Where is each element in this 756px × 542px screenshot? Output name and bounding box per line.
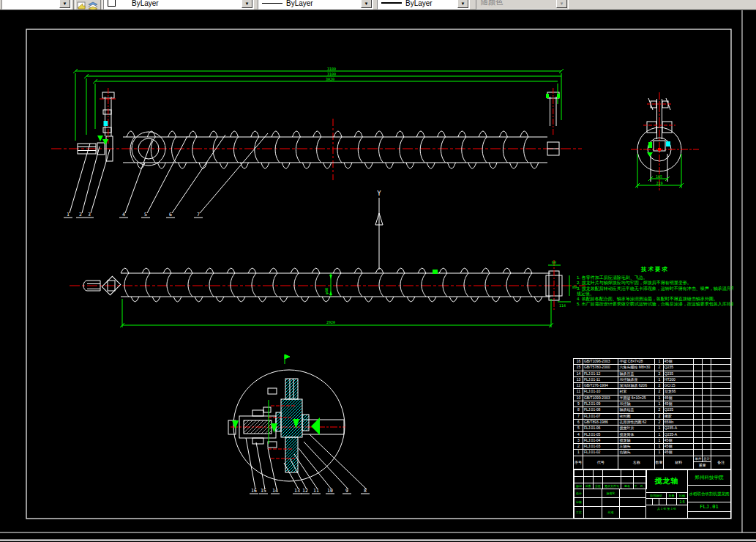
bom-cell-mat: HT200 — [664, 377, 695, 382]
balloon-number: 9 — [345, 488, 348, 494]
bom-cell-mat: 45钢 — [664, 396, 695, 401]
bom-cell-code: GB/T1096-2003 — [583, 359, 619, 364]
color-control[interactable]: ByLayer ▼ — [103, 0, 254, 10]
bom-cell-total — [703, 450, 711, 455]
bom-cell-unit — [694, 383, 703, 388]
part-name: 搅龙轴 — [645, 469, 688, 493]
lineweight-control[interactable]: ByLayer ▼ — [377, 0, 470, 10]
leader-line — [200, 133, 268, 213]
bom-cell-mat: Q235-A — [664, 426, 695, 431]
leader-line — [246, 438, 255, 489]
bom-cell-no: 12 — [574, 383, 583, 388]
bom-cell-unit — [694, 371, 703, 376]
dim-label: 114 — [559, 303, 566, 308]
bom-row: 3FLJ.01-04搅龙轴145钢 — [574, 438, 730, 444]
bom-cell-no: 6 — [574, 420, 583, 425]
bom-cell-name: 深沟球轴承 6206 — [618, 383, 655, 388]
col-header-total-weight: 总计 — [703, 456, 711, 461]
balloon-number: 14 — [272, 488, 278, 494]
bom-cell-remark — [711, 432, 730, 437]
dim-label: 3020 — [326, 77, 334, 81]
bom-cell-name: 轴承端盖 — [618, 407, 655, 412]
bom-cell-no: 7 — [574, 414, 583, 419]
bom-cell-code: GB/T1099-2003 — [583, 396, 619, 401]
company-name: 郑州科技学院 — [687, 469, 731, 486]
bom-cell-remark — [711, 407, 730, 412]
col-header-material: 材料 — [664, 456, 695, 469]
linetype-sample-icon — [262, 3, 282, 4]
bom-cell-name: 平键 C8×7×28 — [618, 359, 655, 364]
bom-cell-no: 14 — [574, 371, 583, 376]
bom-cell-unit — [694, 444, 703, 449]
color-swatch-icon — [108, 0, 116, 7]
sheet-info: 共 1 张 第 1 张 — [645, 505, 688, 519]
leader-line — [82, 146, 100, 213]
bom-cell-no: 11 — [574, 389, 583, 394]
bom-row: 1FLJ.01-02右轴头145钢 — [574, 450, 730, 456]
bom-cell-total — [703, 377, 711, 382]
technical-requirements: 技术要求 1. 各零件加工后应清除毛刺、飞边。2. 搅龙叶片与轴焊接应均匀牢固，… — [577, 266, 733, 308]
plotstyle-value: 随颜色 — [481, 0, 503, 7]
bom-cell-name: 六角头螺栓 M8×30 — [618, 365, 655, 370]
balloon-number: 3 — [88, 212, 91, 218]
bom-cell-qty: 2 — [655, 420, 664, 425]
bom-cell-mat: Q235 — [664, 365, 695, 370]
make-layer-current-icon — [75, 1, 87, 10]
bom-cell-unit — [694, 432, 703, 437]
balloon-number: 15 — [261, 488, 266, 494]
layer-dropdown-arrow-icon[interactable]: ▼ — [59, 0, 70, 8]
bom-cell-mat: Q235-A — [664, 432, 695, 437]
col-header-unit-weight: 单件 — [694, 456, 703, 461]
bom-cell-qty: 1 — [655, 396, 664, 401]
bom-cell-total — [703, 420, 711, 425]
linetype-control[interactable]: ByLayer ▼ — [258, 0, 373, 10]
dim-label: 165 — [656, 174, 662, 179]
balloon-number: 7 — [197, 212, 200, 218]
hatch-patch — [104, 121, 108, 126]
col-header-weight: 重量 — [694, 462, 711, 469]
bom-cell-qty: 2 — [655, 414, 664, 419]
bom-cell-mat: 45钢 — [664, 438, 695, 443]
bom-cell-remark — [711, 426, 730, 431]
bom-cell-qty: 2 — [655, 371, 664, 376]
leader-line — [147, 136, 187, 213]
bom-cell-code: GB/T276-1994 — [583, 383, 619, 388]
lineweight-dropdown-arrow-icon[interactable]: ▼ — [457, 0, 468, 8]
dimension-lines — [73, 69, 564, 141]
bom-cell-total — [703, 407, 711, 412]
bom-cell-qty: 1 — [655, 438, 664, 443]
bom-cell-qty: 1 — [655, 432, 664, 437]
bom-cell-unit — [694, 420, 703, 425]
bom-cell-unit — [694, 377, 703, 382]
layers-button[interactable] — [87, 0, 99, 10]
col-header-qty: 数量 — [655, 456, 664, 469]
bom-cell-name: 密封圈 — [618, 414, 655, 419]
bom-cell-unit — [694, 401, 703, 406]
bom-row: 5FLJ.01-06搅龙叶片1Q235-A — [574, 426, 730, 431]
bom-cell-unit — [694, 438, 703, 443]
role-approve: 批准 — [602, 506, 620, 519]
bom-row: 4FLJ.01-05搅龙筒体1Q235-A — [574, 432, 730, 438]
bom-row: 11FLJ.01-10衬套2尼龙66 — [574, 389, 730, 395]
bom-cell-no: 16 — [574, 359, 583, 364]
bom-row: 15GB/T5780-2000六角头螺栓 M8×302Q235 — [574, 365, 730, 371]
balloon-number: 11 — [313, 488, 319, 494]
bom-row: 13FLJ.01-11吊挂轴承座1HT200 — [574, 377, 730, 383]
bom-row: 7FLJ.01-07密封圈2橡胶 — [574, 414, 730, 420]
linetype-dropdown-arrow-icon[interactable]: ▼ — [361, 0, 372, 8]
model-space-canvas[interactable]: 3180 3100 3020 1234567 — [0, 10, 756, 542]
bom-cell-total — [703, 414, 711, 419]
drawing-number: FLJ.01 — [687, 502, 731, 512]
dim-label: φ60 — [324, 288, 329, 294]
bom-cell-remark — [711, 371, 730, 376]
bom-cell-code: FLJ.01-05 — [583, 432, 619, 437]
color-dropdown-arrow-icon[interactable]: ▼ — [242, 0, 252, 8]
bom-cell-code: FLJ.01-10 — [583, 389, 619, 394]
tech-note-line: 2. 搅龙叶片与轴焊接应均匀牢固，焊接后不得有明显变形。 — [577, 281, 733, 286]
leader-line — [310, 434, 367, 489]
layer-dropdown[interactable]: ▼ — [1, 0, 72, 10]
bom-cell-code: GB/T893-1986 — [583, 420, 619, 425]
bom-cell-no: 8 — [574, 407, 583, 412]
bom-cell-remark — [711, 377, 730, 382]
make-object-layer-current-button[interactable] — [75, 0, 87, 10]
